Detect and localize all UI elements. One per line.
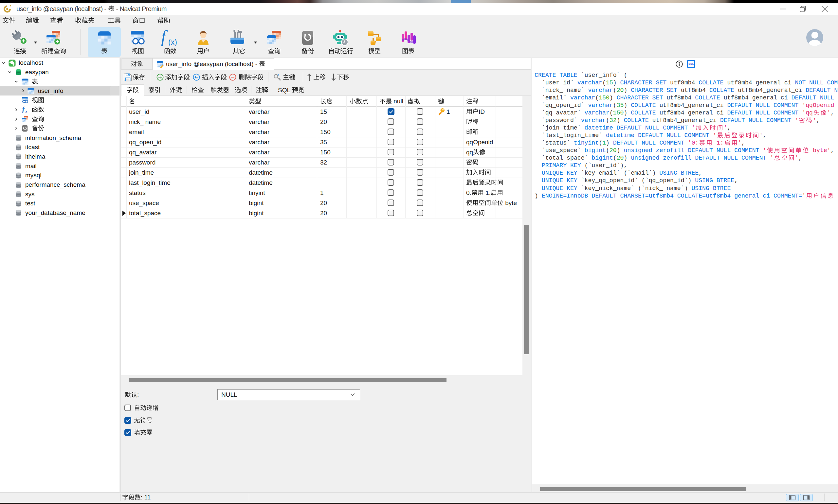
svg-text:f: f (22, 106, 25, 113)
svg-text:f: f (161, 30, 168, 46)
svg-text:(x): (x) (168, 38, 177, 46)
svg-text:x: x (25, 110, 27, 113)
